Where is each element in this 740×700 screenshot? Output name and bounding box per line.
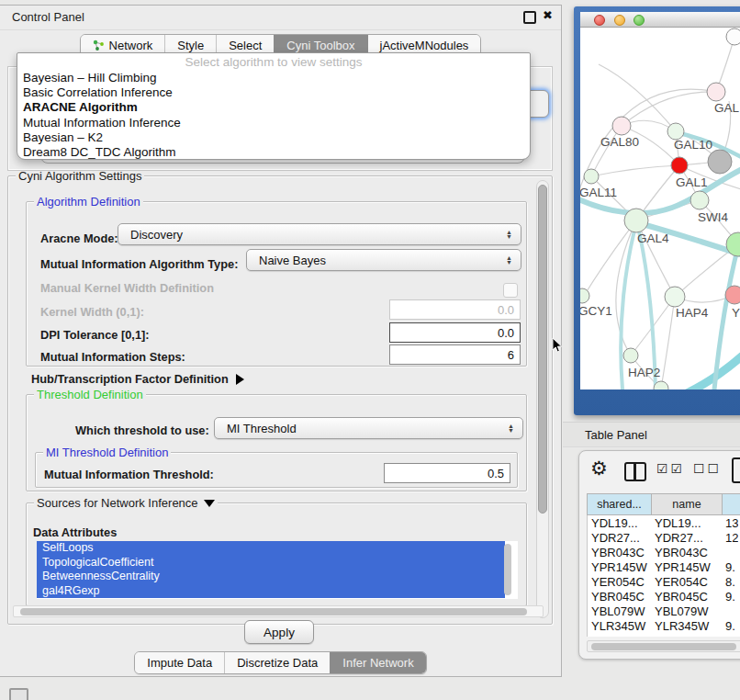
mi-steps-label: Mutual Information Steps:	[40, 350, 185, 364]
network-node-gal1[interactable]	[671, 157, 688, 174]
dpi-tolerance-label: DPI Tolerance [0,1]:	[40, 328, 150, 342]
deselect-all-checkboxes-icon[interactable]: ☐☐	[693, 461, 722, 476]
attribute-item-gal4rgexp[interactable]: gal4RGexp	[37, 584, 505, 599]
hub-definition-label: Hub/Transcription Factor Definition	[31, 372, 229, 386]
settings-vertical-scrollbar-thumb[interactable]	[538, 185, 547, 514]
table-row[interactable]: YPR145WYPR145W9.	[588, 559, 740, 574]
algorithm-option-bayesian-k2[interactable]: Bayesian – K2	[17, 130, 530, 145]
data-attributes-list[interactable]: SelfLoopsTopologicalCoefficientBetweenne…	[37, 541, 518, 599]
column-header-shared[interactable]: shared...	[587, 493, 652, 515]
table-panel-title: Table Panel	[585, 428, 647, 442]
network-graph-canvas[interactable]: GALGAL80GAL10GAL1SWI4GAL11GAL4GCY1HAP4YH…	[580, 28, 740, 390]
network-node-gcy1[interactable]	[580, 288, 589, 303]
select-all-checkboxes-icon[interactable]: ☑☑	[656, 461, 685, 476]
minimize-traffic-light-icon[interactable]	[614, 15, 625, 26]
table-row[interactable]: YER054CYER054C8.	[588, 574, 740, 589]
column-header-attr[interactable]	[723, 493, 740, 515]
algorithm-option-mutual-information-inference[interactable]: Mutual Information Inference	[17, 116, 530, 130]
bottom-tab-discretize-data[interactable]: Discretize Data	[224, 652, 330, 673]
network-node-y[interactable]	[725, 286, 740, 304]
table-cell: YDL19...	[653, 516, 723, 530]
node-label-gal: GAL	[714, 101, 740, 115]
table-row[interactable]: YDR27...YDR27...12	[588, 530, 740, 545]
which-threshold-label: Which threshold to use:	[75, 423, 209, 437]
network-node[interactable]	[708, 150, 732, 174]
mouse-cursor	[552, 337, 563, 354]
kernel-width-field[interactable]: 0.0	[389, 299, 521, 320]
function-builder-icon[interactable]	[732, 457, 740, 483]
table-cell: YDL19...	[588, 516, 653, 530]
network-edge[interactable]	[591, 165, 679, 176]
expand-right-icon	[236, 374, 244, 385]
network-edge-highlighted[interactable]	[683, 340, 740, 390]
node-label-gal4: GAL4	[637, 231, 669, 245]
network-node-swi4[interactable]	[690, 191, 709, 209]
bottom-tab-infer-network[interactable]: Infer Network	[330, 652, 425, 673]
zoom-traffic-light-icon[interactable]	[633, 15, 645, 26]
table-cell: YBL079W	[653, 604, 723, 618]
mi-steps-field[interactable]: 6	[389, 344, 521, 365]
network-node-gal11[interactable]	[584, 169, 599, 184]
bottom-tab-impute-data[interactable]: Impute Data	[135, 652, 224, 673]
algorithm-dropdown-list: Select algorithm to view settings Bayesi…	[17, 52, 531, 160]
table-row[interactable]: YBL079WYBL079W	[588, 604, 740, 618]
settings-horizontal-scrollbar-thumb[interactable]	[20, 608, 527, 615]
network-icon	[93, 40, 105, 51]
mi-threshold-field[interactable]: 0.5	[384, 463, 510, 483]
node-label-gal10: GAL10	[674, 138, 712, 152]
table-cell: YIL052C	[588, 634, 653, 638]
node-label-gal11: GAL11	[580, 186, 617, 199]
float-window-icon[interactable]	[523, 11, 536, 24]
show-columns-icon[interactable]	[624, 462, 646, 481]
attribute-item-topologicalcoefficient[interactable]: TopologicalCoefficient	[37, 556, 505, 570]
network-edge-highlighted[interactable]	[621, 223, 636, 390]
close-icon[interactable]: ✖	[543, 8, 553, 22]
node-label-y: Y	[732, 306, 740, 320]
table-cell: 8.	[723, 575, 735, 589]
tab-label: Cyni Toolbox	[286, 39, 354, 52]
table-row[interactable]: YBR043CYBR043C	[588, 545, 740, 559]
table-row[interactable]: YIL052CYIL052C9.	[588, 633, 740, 637]
collapsed-panel-icon[interactable]	[9, 688, 28, 700]
column-header-name[interactable]: name	[652, 493, 723, 515]
collapse-down-icon[interactable]	[204, 500, 215, 507]
network-window-titlebar[interactable]	[580, 12, 740, 28]
table-row[interactable]: YDL19...YDL19...13	[588, 515, 740, 530]
which-threshold-combo[interactable]: MI Threshold ▲▼	[214, 417, 523, 439]
network-edge[interactable]	[661, 297, 675, 389]
network-node[interactable]	[726, 28, 740, 45]
dpi-tolerance-field[interactable]: 0.0	[389, 322, 521, 343]
kernel-width-label: Kernel Width (0,1):	[40, 305, 144, 319]
aracne-mode-combo[interactable]: Discovery ▲▼	[118, 223, 521, 245]
algorithm-option-basic-correlation-inference[interactable]: Basic Correlation Inference	[17, 85, 530, 100]
attribute-item-selfloops[interactable]: SelfLoops	[37, 541, 505, 556]
network-node-gal4[interactable]	[624, 209, 648, 232]
gear-icon[interactable]: ⚙	[590, 458, 608, 478]
stepper-arrows-icon: ▲▼	[508, 423, 514, 433]
algorithm-option-aracne-algorithm[interactable]: ARACNE Algorithm	[17, 100, 530, 115]
table-row[interactable]: YLR345WYLR345W9.	[588, 618, 740, 633]
table-horizontal-scrollbar-thumb[interactable]	[591, 643, 736, 650]
table-cell: YBR043C	[653, 546, 723, 559]
network-node-gal[interactable]	[707, 83, 725, 101]
algorithm-dropdown-placeholder: Select algorithm to view settings	[17, 53, 530, 71]
attributes-scrollbar-thumb[interactable]	[504, 544, 511, 595]
algorithm-option-dream8-dc-tdc-algorithm[interactable]: Dream8 DC_TDC Algorithm	[17, 145, 530, 160]
aracne-mode-value: Discovery	[130, 228, 183, 242]
network-edge-highlighted[interactable]	[637, 223, 656, 390]
algorithm-option-bayesian-hill-climbing[interactable]: Bayesian – Hill Climbing	[17, 71, 530, 85]
close-traffic-light-icon[interactable]	[594, 15, 605, 26]
mi-type-combo[interactable]: Naive Bayes ▲▼	[246, 249, 521, 271]
threshold-definition-title: Threshold Definition	[34, 388, 146, 401]
network-node-gal80[interactable]	[612, 117, 631, 135]
apply-button[interactable]: Apply	[244, 620, 314, 644]
manual-kernel-checkbox[interactable]	[503, 283, 518, 298]
table-cell: YDR27...	[653, 531, 723, 545]
network-node-hap2[interactable]	[623, 348, 638, 363]
attribute-item-betweennesscentrality[interactable]: BetweennessCentrality	[37, 570, 505, 584]
mi-type-value: Naive Bayes	[259, 254, 326, 267]
mi-threshold-label: Mutual Information Threshold:	[44, 468, 214, 481]
network-node-hap4[interactable]	[665, 287, 685, 307]
hub-definition-expander[interactable]: Hub/Transcription Factor Definition	[31, 372, 244, 386]
table-row[interactable]: YBR045CYBR045C9.	[588, 589, 740, 604]
